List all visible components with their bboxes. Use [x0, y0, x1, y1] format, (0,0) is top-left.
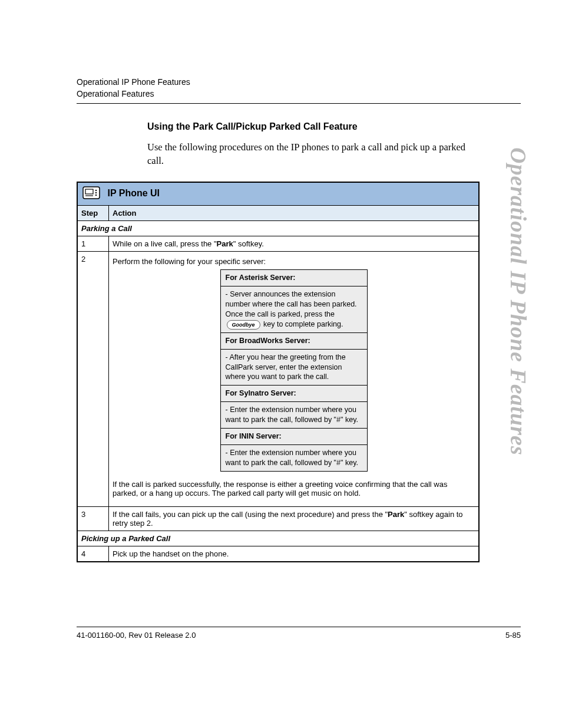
- step-action: Perform the following for your specific …: [109, 252, 480, 506]
- server-body: - Server announces the extension number …: [220, 286, 367, 333]
- phone-ui-icon: [82, 186, 100, 202]
- step-number: 4: [77, 546, 109, 562]
- table-title-cell: IP Phone UI: [77, 182, 479, 206]
- svg-point-4: [95, 195, 97, 196]
- text-fragment: If the call fails, you can pick up the c…: [113, 510, 388, 519]
- softkey-name: Park: [388, 510, 404, 519]
- server-heading: For BroadWorks Server:: [220, 332, 367, 349]
- procedure-table: IP Phone UI Step Action Parking a Call 1…: [77, 182, 480, 562]
- step2-after: If the call is parked successfully, the …: [113, 480, 475, 498]
- step-action: While on a live call, press the "Park" s…: [109, 236, 480, 252]
- text-fragment: key to complete parking.: [262, 320, 343, 328]
- text-fragment: While on a live call, press the ": [113, 239, 217, 248]
- step-action: Pick up the handset on the phone.: [109, 546, 480, 562]
- th-action: Action: [109, 206, 480, 221]
- server-heading: For ININ Server:: [220, 428, 367, 444]
- step-number: 1: [77, 236, 109, 252]
- table-row: 3 If the call fails, you can pick up the…: [77, 506, 479, 531]
- table-title-text: IP Phone UI: [107, 189, 160, 199]
- footer-left: 41-001160-00, Rev 01 Release 2.0: [77, 631, 196, 640]
- footer-right: 5-85: [505, 631, 521, 640]
- header-rule: [77, 103, 521, 104]
- subhead-picking: Picking up a Parked Call: [77, 531, 479, 546]
- server-heading: For Sylnatro Server:: [220, 386, 367, 402]
- step-number: 2: [77, 252, 109, 506]
- header-line-2: Operational Features: [77, 88, 521, 100]
- server-body: - After you hear the greeting from the C…: [220, 349, 367, 386]
- table-row: 4 Pick up the handset on the phone.: [77, 546, 479, 562]
- softkey-name: Park: [217, 239, 233, 248]
- step-number: 3: [77, 506, 109, 531]
- table-row: 2 Perform the following for your specifi…: [77, 252, 479, 506]
- svg-point-2: [95, 190, 97, 191]
- section-intro: Use the following procedures on the IP p…: [147, 140, 477, 167]
- step2-intro: Perform the following for your specific …: [113, 257, 475, 266]
- text-fragment: " softkey.: [233, 239, 264, 248]
- server-heading: For Asterisk Server:: [220, 270, 367, 286]
- goodbye-key-icon: Goodbye: [227, 320, 260, 330]
- step-action: If the call fails, you can pick up the c…: [109, 506, 480, 531]
- footer-rule: [77, 627, 521, 627]
- th-step: Step: [77, 206, 109, 221]
- section-heading: Using the Park Call/Pickup Parked Call F…: [147, 121, 521, 132]
- subhead-parking: Parking a Call: [77, 221, 479, 236]
- header-line-1: Operational IP Phone Features: [77, 77, 521, 88]
- text-fragment: - Server announces the extension number …: [226, 290, 357, 318]
- server-body: - Enter the extension number where you w…: [220, 444, 367, 471]
- table-row: 1 While on a live call, press the "Park"…: [77, 236, 479, 252]
- server-body: - Enter the extension number where you w…: [220, 402, 367, 429]
- side-watermark: Operational IP Phone Features: [505, 147, 531, 456]
- svg-point-3: [95, 192, 97, 193]
- server-table: For Asterisk Server: - Server announces …: [220, 269, 368, 471]
